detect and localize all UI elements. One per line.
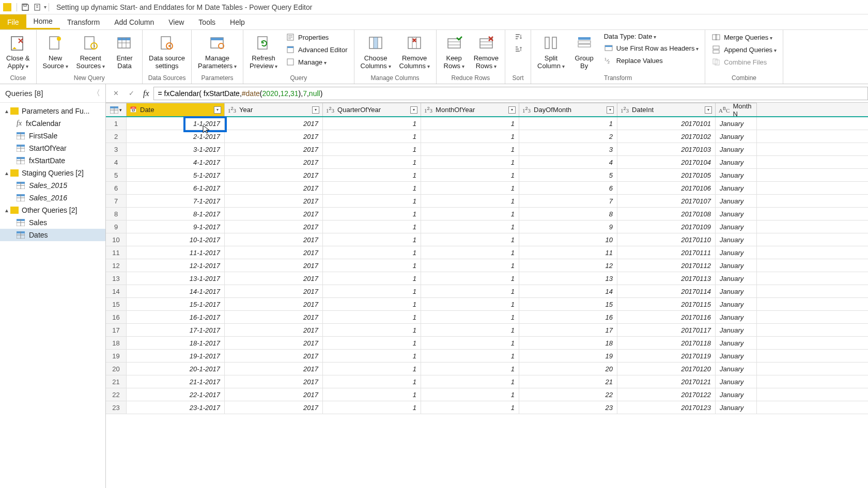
cell-monthname[interactable]: January [716,156,757,168]
cell-date[interactable]: 23-1-2017 [127,401,225,414]
query-group-staging[interactable]: ▲Staging Queries [2] [0,167,105,179]
cell-year[interactable]: 2017 [225,298,323,310]
cell-dateint[interactable]: 20170118 [617,337,716,349]
cell-day[interactable]: 5 [519,169,617,181]
query-group-other[interactable]: ▲Other Queries [2] [0,204,105,216]
row-number[interactable]: 11 [106,246,127,259]
cell-date[interactable]: 15-1-2017 [127,298,225,310]
cell-year[interactable]: 2017 [225,324,323,336]
row-number[interactable]: 8 [106,208,127,220]
cell-quarter[interactable]: 1 [323,208,421,220]
cell-year[interactable]: 2017 [225,259,323,272]
cell-year[interactable]: 2017 [225,233,323,246]
cell-year[interactable]: 2017 [225,208,323,220]
cell-date[interactable]: 18-1-2017 [127,337,225,349]
cell-day[interactable]: 4 [519,156,617,168]
cell-quarter[interactable]: 1 [323,375,421,388]
filter-button[interactable]: ▾ [508,106,516,114]
cell-day[interactable]: 2 [519,130,617,143]
cell-dateint[interactable]: 20170106 [617,182,716,194]
cell-day[interactable]: 22 [519,388,617,401]
query-item-sales-2016[interactable]: Sales_2016 [0,192,105,204]
cell-monthname[interactable]: January [716,246,757,259]
filter-button[interactable]: ▾ [312,106,319,114]
filter-button[interactable]: ▾ [410,106,417,114]
cell-year[interactable]: 2017 [225,182,323,194]
query-item-dates[interactable]: Dates [0,229,105,241]
row-number[interactable]: 20 [106,363,127,375]
cell-month[interactable]: 1 [421,117,519,130]
tab-tools[interactable]: Tools [191,14,223,29]
cell-quarter[interactable]: 1 [323,298,421,310]
cell-dateint[interactable]: 20170104 [617,156,716,168]
cell-quarter[interactable]: 1 [323,221,421,233]
cell-monthname[interactable]: January [716,182,757,194]
cell-day[interactable]: 20 [519,363,617,375]
row-number[interactable]: 4 [106,156,127,168]
filter-button[interactable]: ▾ [214,106,221,114]
row-number[interactable]: 19 [106,350,127,362]
table-row[interactable]: 1919-1-20172017111920170119January [106,350,868,363]
cell-dateint[interactable]: 20170117 [617,324,716,336]
properties-button[interactable]: Properties [283,32,350,42]
cell-monthname[interactable]: January [716,169,757,181]
cell-date[interactable]: 6-1-2017 [127,182,225,194]
cell-dateint[interactable]: 20170113 [617,272,716,285]
remove-rows-button[interactable]: Remove Rows [471,31,502,70]
cell-quarter[interactable]: 1 [323,117,421,130]
cell-dateint[interactable]: 20170115 [617,298,716,310]
cell-year[interactable]: 2017 [225,246,323,259]
cell-year[interactable]: 2017 [225,388,323,401]
cell-day[interactable]: 1 [519,117,617,130]
row-number[interactable]: 7 [106,195,127,207]
query-item-sales[interactable]: Sales [0,216,105,229]
cell-day[interactable]: 17 [519,324,617,336]
cell-month[interactable]: 1 [421,208,519,220]
cell-month[interactable]: 1 [421,233,519,246]
cell-month[interactable]: 1 [421,285,519,297]
cell-quarter[interactable]: 1 [323,363,421,375]
tab-transform[interactable]: Transform [60,14,107,29]
cell-monthname[interactable]: January [716,298,757,310]
row-number[interactable]: 9 [106,221,127,233]
cell-year[interactable]: 2017 [225,143,323,155]
cell-date[interactable]: 5-1-2017 [127,169,225,181]
data-grid[interactable]: ▾ 📅Date▾ 123Year▾ 123QuarterOfYear▾ 123M… [106,103,868,488]
table-row[interactable]: 1616-1-20172017111620170116January [106,311,868,324]
cell-year[interactable]: 2017 [225,195,323,207]
cell-date[interactable]: 3-1-2017 [127,143,225,155]
cell-month[interactable]: 1 [421,246,519,259]
cell-dateint[interactable]: 20170110 [617,233,716,246]
table-row[interactable]: 1414-1-20172017111420170114January [106,285,868,298]
cell-month[interactable]: 1 [421,298,519,310]
cell-year[interactable]: 2017 [225,221,323,233]
sort-asc-button[interactable] [513,31,524,42]
data-source-settings-button[interactable]: Data source settings [146,31,188,70]
recent-sources-button[interactable]: Recent Sources [73,31,108,70]
cell-monthname[interactable]: January [716,130,757,143]
cell-dateint[interactable]: 20170101 [617,117,716,130]
table-row[interactable]: 88-1-2017201711820170108January [106,208,868,221]
cell-quarter[interactable]: 1 [323,233,421,246]
cell-dateint[interactable]: 20170120 [617,363,716,375]
column-header-day[interactable]: 123DayOfMonth▾ [519,103,617,116]
cell-quarter[interactable]: 1 [323,169,421,181]
filter-button[interactable]: ▾ [607,106,614,114]
tab-help[interactable]: Help [223,14,252,29]
cell-month[interactable]: 1 [421,324,519,336]
append-queries-button[interactable]: Append Queries [708,44,780,55]
cell-year[interactable]: 2017 [225,285,323,297]
cell-month[interactable]: 1 [421,388,519,401]
cell-dateint[interactable]: 20170114 [617,285,716,297]
cell-month[interactable]: 1 [421,182,519,194]
table-menu-button[interactable]: ▾ [106,103,127,116]
cell-day[interactable]: 15 [519,298,617,310]
query-item-fxcalendar[interactable]: fxfxCalendar [0,117,105,130]
cell-date[interactable]: 11-1-2017 [127,246,225,259]
cell-quarter[interactable]: 1 [323,272,421,285]
cell-year[interactable]: 2017 [225,156,323,168]
table-row[interactable]: 1515-1-20172017111520170115January [106,298,868,311]
cell-date[interactable]: 13-1-2017 [127,272,225,285]
queries-header[interactable]: Queries [8] 〈 [0,84,105,103]
cell-year[interactable]: 2017 [225,130,323,143]
